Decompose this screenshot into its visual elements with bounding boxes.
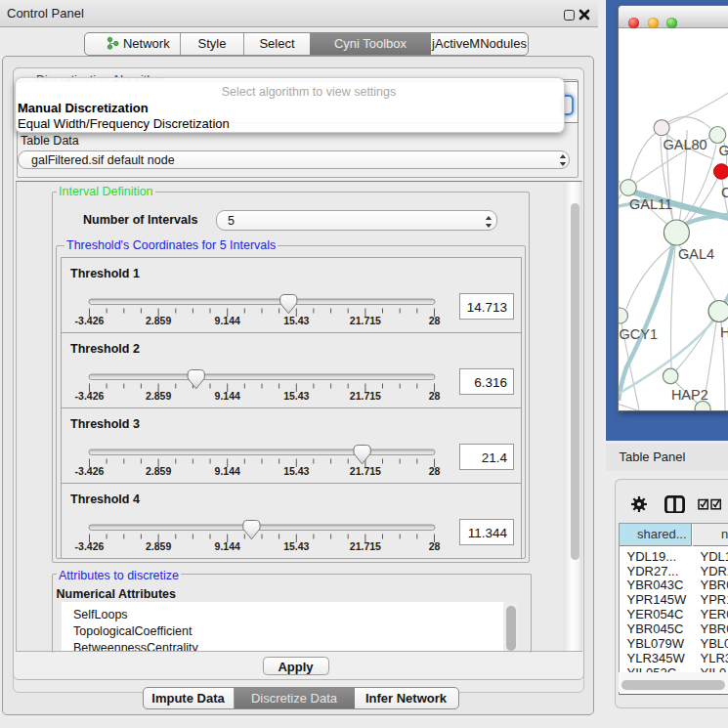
- svg-text:28: 28: [429, 390, 441, 402]
- svg-text:-3.426: -3.426: [75, 315, 105, 326]
- svg-text:GAL80: GAL80: [663, 137, 707, 152]
- svg-text:GAL4: GAL4: [678, 246, 714, 262]
- svg-text:9.144: 9.144: [215, 540, 240, 552]
- svg-text:21.715: 21.715: [350, 540, 381, 552]
- svg-text:-3.426: -3.426: [75, 390, 105, 402]
- svg-text:GCY1: GCY1: [619, 326, 658, 342]
- svg-text:GA: GA: [718, 143, 728, 158]
- svg-text:21.715: 21.715: [350, 390, 381, 402]
- svg-text:28: 28: [429, 315, 441, 326]
- svg-text:15.43: 15.43: [283, 465, 309, 477]
- svg-text:GAL11: GAL11: [629, 196, 672, 212]
- svg-text:9.144: 9.144: [215, 315, 240, 326]
- svg-text:15.43: 15.43: [283, 390, 309, 402]
- svg-text:28: 28: [429, 540, 441, 552]
- svg-text:2.859: 2.859: [146, 540, 171, 552]
- svg-text:2.859: 2.859: [146, 390, 171, 402]
- svg-text:15.43: 15.43: [283, 315, 309, 326]
- svg-text:-3.426: -3.426: [75, 465, 105, 477]
- svg-text:2.859: 2.859: [146, 465, 171, 477]
- svg-text:21.715: 21.715: [350, 315, 381, 326]
- svg-text:C: C: [721, 185, 728, 200]
- svg-text:HAP2: HAP2: [670, 387, 707, 403]
- svg-text:28: 28: [429, 465, 441, 477]
- svg-text:H: H: [720, 324, 728, 340]
- svg-text:21.715: 21.715: [350, 465, 381, 477]
- svg-text:2.859: 2.859: [146, 315, 171, 326]
- svg-text:-3.426: -3.426: [75, 540, 105, 552]
- svg-text:9.144: 9.144: [215, 390, 240, 402]
- svg-text:9.144: 9.144: [215, 465, 240, 477]
- svg-text:15.43: 15.43: [283, 540, 309, 552]
